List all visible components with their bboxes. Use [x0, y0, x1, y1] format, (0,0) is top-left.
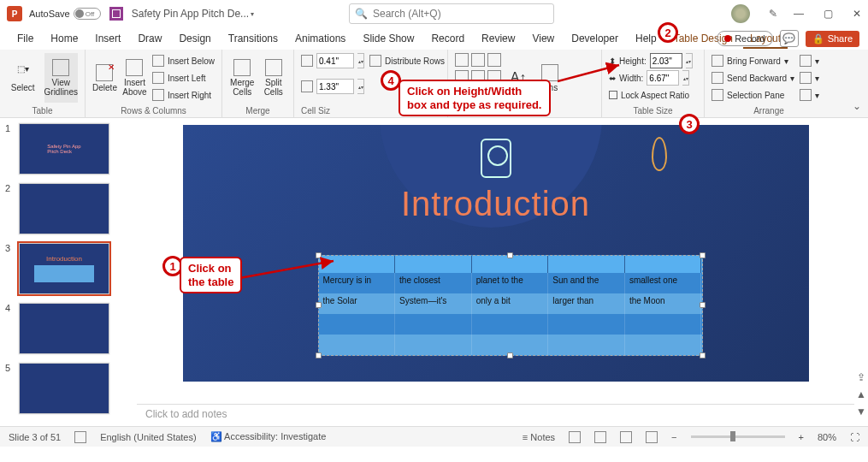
tab-slideshow[interactable]: Slide Show	[356, 29, 421, 48]
annotation-3-marker: 3	[679, 114, 700, 134]
chevron-down-icon[interactable]: ▾	[251, 10, 254, 18]
collapse-ribbon-icon[interactable]: ⌄	[853, 100, 861, 112]
thumb-5[interactable]	[19, 363, 109, 414]
table-cell[interactable]: the closest	[395, 273, 472, 293]
tab-record[interactable]: Record	[424, 29, 471, 48]
tab-insert[interactable]: Insert	[88, 29, 127, 48]
maximize-button[interactable]: ▢	[820, 8, 836, 20]
phone-icon	[481, 139, 511, 178]
accessibility-status[interactable]: ♿ Accessibility: Investigate	[210, 431, 327, 442]
vertical-scroll[interactable]: ⇪▲▼	[854, 118, 868, 426]
lock-aspect-ratio[interactable]: Lock Aspect Ratio	[609, 87, 693, 103]
view-normal-icon[interactable]	[569, 431, 581, 443]
tab-transitions[interactable]: Transitions	[221, 29, 285, 48]
table-cell[interactable]: the Solar	[319, 293, 396, 314]
record-button[interactable]: Record	[717, 31, 772, 46]
table-cell[interactable]: Mercury is in	[319, 273, 396, 293]
thumb-1[interactable]: Safety Pin AppPitch Deck	[19, 123, 109, 175]
close-button[interactable]: ✕	[849, 8, 865, 20]
selection-pane-button[interactable]: Selection Pane	[712, 87, 794, 103]
height-icon: ⬍	[609, 56, 616, 66]
insert-right-button[interactable]: Insert Right	[152, 87, 215, 103]
select-button[interactable]: ⬚▾Select	[7, 53, 39, 103]
insert-above-button[interactable]: Insert Above	[122, 53, 147, 103]
comment-icon[interactable]: 💬	[780, 30, 799, 47]
filename[interactable]: Safety Pin App Pitch De...	[132, 8, 249, 20]
zoom-level[interactable]: 80%	[818, 432, 836, 442]
tab-developer[interactable]: Developer	[564, 29, 625, 48]
tab-file[interactable]: File	[10, 29, 40, 48]
view-reading-icon[interactable]	[620, 431, 632, 443]
thumb-3[interactable]: Introduction	[19, 243, 109, 294]
thumb-2[interactable]	[19, 183, 109, 234]
group-button[interactable]: ▾	[800, 70, 819, 86]
slide-counter: Slide 3 of 51	[9, 432, 61, 442]
table-cell[interactable]: the Moon	[625, 293, 702, 314]
zoom-out[interactable]: −	[671, 432, 676, 442]
table-cell[interactable]: only a bit	[472, 293, 549, 314]
table-cell[interactable]: larger than	[548, 293, 625, 314]
zoom-in[interactable]: +	[799, 432, 804, 442]
distribute-rows-button[interactable]: Distribute Rows	[369, 53, 445, 68]
annotation-1-text: Click on the table	[180, 257, 242, 293]
spellcheck-icon[interactable]	[74, 431, 86, 443]
minimize-button[interactable]: —	[791, 8, 806, 20]
share-button[interactable]: 🔒 Share	[806, 31, 859, 47]
table-height-row: ⬍Height:▴▾	[609, 53, 693, 68]
search-input[interactable]: 🔍 Search (Alt+Q)	[349, 3, 554, 24]
cell-height-input[interactable]	[316, 53, 354, 68]
table-cell[interactable]: smallest one	[625, 273, 702, 293]
notes-toggle[interactable]: ≡ Notes	[523, 432, 555, 442]
rotate-button[interactable]: ▾	[800, 87, 819, 103]
delete-button[interactable]: ✕Delete	[92, 53, 117, 103]
table-cell[interactable]: System—it's	[395, 293, 472, 314]
fit-window-icon[interactable]: ⛶	[850, 432, 859, 442]
view-sorter-icon[interactable]	[594, 431, 606, 443]
align-button[interactable]: ▾	[800, 53, 819, 68]
tab-draw[interactable]: Draw	[131, 29, 168, 48]
annotation-4-text: Click on Height/Width box and type as re…	[399, 80, 551, 116]
group-merge: Merge	[229, 106, 286, 116]
selected-table[interactable]: Mercury is in the closest planet to the …	[318, 255, 703, 356]
split-cells-button[interactable]: Split Cells	[261, 53, 287, 103]
slide-canvas[interactable]: Introduction Mercury is in the closest p…	[183, 125, 809, 382]
pin-icon	[652, 137, 667, 171]
autosave-label: AutoSave	[29, 9, 70, 19]
bring-forward-button[interactable]: Bring Forward ▾	[712, 53, 794, 68]
thumb-4[interactable]	[19, 303, 109, 354]
app-icon: P	[7, 6, 22, 21]
cell-width-input[interactable]	[316, 79, 354, 94]
table-cell[interactable]: planet to the	[472, 273, 549, 293]
autosave-toggle[interactable]: AutoSave Off	[29, 8, 101, 20]
view-gridlines-button[interactable]: View Gridlines	[44, 53, 78, 103]
zoom-slider[interactable]	[691, 435, 785, 438]
view-slideshow-icon[interactable]	[646, 431, 658, 443]
notes-pane[interactable]: Click to add notes	[137, 404, 854, 426]
group-table: Table	[7, 106, 78, 116]
group-arrange: Arrange	[712, 106, 826, 116]
table-cell[interactable]: Sun and the	[548, 273, 625, 293]
avatar[interactable]	[731, 4, 750, 23]
slide-title: Introduction	[183, 185, 809, 223]
tab-design[interactable]: Design	[172, 29, 217, 48]
save-icon[interactable]	[109, 7, 123, 21]
table-height-input[interactable]	[650, 53, 682, 68]
insert-below-button[interactable]: Insert Below	[152, 53, 215, 68]
thumbnail-panel[interactable]: 1Safety Pin AppPitch Deck 2 3Introductio…	[0, 118, 137, 426]
tab-animations[interactable]: Animations	[288, 29, 352, 48]
search-icon: 🔍	[355, 8, 368, 20]
language-status[interactable]: English (United States)	[100, 432, 197, 442]
insert-left-button[interactable]: Insert Left	[152, 70, 215, 86]
tab-review[interactable]: Review	[475, 29, 522, 48]
tab-home[interactable]: Home	[44, 29, 85, 48]
annotation-2-marker: 2	[658, 22, 678, 43]
merge-cells-button[interactable]: Merge Cells	[229, 53, 256, 103]
width-icon: ⬌	[609, 74, 616, 83]
table-width-input[interactable]	[647, 70, 679, 86]
group-rows-columns: Rows & Columns	[92, 106, 215, 116]
tab-view[interactable]: View	[525, 29, 561, 48]
table-width-row: ⬌Width:▴▾	[609, 70, 693, 86]
send-backward-button[interactable]: Send Backward ▾	[712, 70, 794, 86]
pen-icon[interactable]: ✎	[769, 8, 777, 20]
